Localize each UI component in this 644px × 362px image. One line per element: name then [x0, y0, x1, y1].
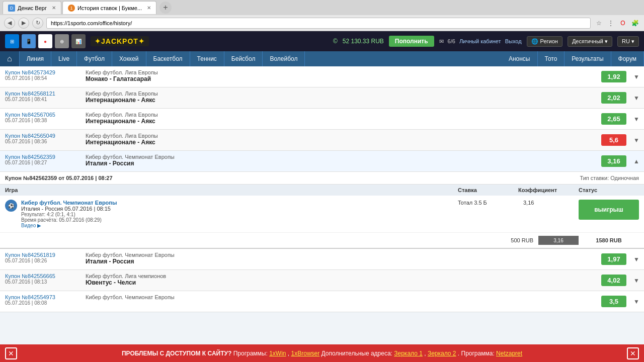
- extra-icon1[interactable]: ⊕: [55, 34, 69, 48]
- coupon-game: Кибер футбол. Лига чемпионов Ювентус - Ч…: [80, 270, 589, 291]
- game-teams: Монако - Галатасарай: [86, 75, 584, 82]
- bet-type-label: Тип ставки: Одиночная: [580, 175, 639, 181]
- new-tab-button[interactable]: +: [159, 2, 172, 14]
- windows-icon[interactable]: ⊞: [5, 34, 19, 48]
- link-1xbrowser[interactable]: 1xBrowser: [291, 350, 320, 357]
- coupon-info: Купон №842556665 05.07.2016 | 08:13: [0, 270, 80, 291]
- refresh-button[interactable]: ↻: [32, 18, 43, 29]
- coupon-number[interactable]: Купон №842556665: [5, 273, 75, 279]
- nav-tennis[interactable]: Теннис: [190, 51, 224, 66]
- decimal-button[interactable]: Десятичный ▾: [568, 36, 612, 47]
- tab-denis[interactable]: D Денис Верг ✕: [3, 1, 61, 14]
- coupon-game: Кибер футбол. Чемпионат Европы Италия - …: [80, 151, 589, 171]
- detail-video[interactable]: Видео ▶: [21, 223, 458, 228]
- balance-amount: 52 130.33 RUB: [343, 38, 384, 45]
- coupon-number[interactable]: Купон №842565049: [5, 133, 75, 139]
- nav-baseball[interactable]: Бейсбол: [224, 51, 263, 66]
- coupon-odds: 2,02: [589, 87, 629, 108]
- link-1xwin[interactable]: 1xWin: [269, 350, 286, 357]
- expanded-header: Купон №842562359 от 05.07.2016 | 08:27 Т…: [0, 172, 644, 185]
- odds-badge: 5,6: [601, 134, 626, 146]
- nav-announcements[interactable]: Анонсы: [502, 51, 538, 66]
- expand-button[interactable]: ▼: [629, 249, 644, 269]
- coupon-number[interactable]: Купон №842568121: [5, 90, 75, 97]
- expand-button[interactable]: ▼: [629, 291, 644, 312]
- coupon-info: Купон №842568121 05.07.2016 | 08:41: [0, 87, 80, 108]
- expanded-detail-row: Купон №842562359 от 05.07.2016 | 08:27 Т…: [0, 172, 644, 249]
- coupon-game: Кибер футбол. Чемпионат Европы Италия - …: [80, 249, 589, 269]
- game-league: Кибер футбол. Лига Европы: [86, 69, 584, 75]
- coupon-number[interactable]: Купон №842567065: [5, 112, 75, 118]
- odds-badge: 1,92: [601, 71, 626, 82]
- col-bet-header: Ставка: [458, 187, 518, 193]
- coupon-number[interactable]: Купон №842561819: [5, 252, 75, 258]
- close-notification-button-right[interactable]: ✕: [627, 347, 639, 359]
- expand-button-active[interactable]: ▲: [629, 151, 644, 171]
- chrome-icon[interactable]: ●: [38, 34, 52, 48]
- site-header: ⊞ 📱 ● ⊕ 📊 ✦JACKPOT✦ © 52 130.33 RUB Попо…: [0, 31, 644, 51]
- expanded-footer: 500 RUB 3,16 1580 RUB: [0, 232, 644, 248]
- link-mirror2[interactable]: Зеркало 2: [428, 350, 456, 357]
- nav-basketball[interactable]: Баскетбол: [146, 51, 190, 66]
- expand-button[interactable]: ▼: [629, 66, 644, 87]
- nav-home[interactable]: ⌂: [0, 51, 20, 66]
- expand-button[interactable]: ▼: [629, 130, 644, 150]
- star-icon[interactable]: ☆: [594, 18, 604, 28]
- extension-icon[interactable]: 🧩: [630, 18, 640, 28]
- coupon-info: Купон №842573429 05.07.2016 | 08:54: [0, 66, 80, 87]
- tab-label-history: История ставок | Букме...: [77, 5, 142, 11]
- address-bar[interactable]: [46, 18, 591, 29]
- game-league: Кибер футбол. Чемпионат Европы: [86, 252, 584, 258]
- topup-button[interactable]: Пополнить: [389, 36, 434, 47]
- mobile-icon[interactable]: 📱: [22, 34, 36, 48]
- win-amount: 1580 RUB: [579, 237, 639, 243]
- tab-close-denis[interactable]: ✕: [52, 5, 56, 11]
- extra-icon2[interactable]: 📊: [71, 34, 86, 48]
- region-button[interactable]: 🌐 Регион: [527, 36, 562, 47]
- nav-hockey[interactable]: Хоккей: [112, 51, 146, 66]
- nav-forum[interactable]: Форум: [611, 51, 644, 66]
- back-button[interactable]: ◀: [4, 18, 15, 29]
- jackpot-label: ✦JACKPOT✦: [91, 36, 149, 46]
- tab-favicon-history: 1: [68, 5, 75, 12]
- address-text: Дополнительные адреса:: [321, 350, 394, 357]
- expand-button[interactable]: ▼: [629, 87, 644, 108]
- expand-button[interactable]: ▼: [629, 109, 644, 129]
- link-netzapret[interactable]: Netzapret: [496, 350, 522, 357]
- nav-results[interactable]: Результаты: [565, 51, 611, 66]
- nav-volleyball[interactable]: Волейбол: [263, 51, 305, 66]
- logout-link[interactable]: Выход: [505, 38, 522, 45]
- game-league: Кибер футбол. Лига Европы: [86, 133, 584, 139]
- coupon-date: 05.07.2016 | 08:08: [5, 300, 75, 306]
- coupon-row: Купон №842565049 05.07.2016 | 08:36 Кибе…: [0, 130, 644, 151]
- coupon-date: 05.07.2016 | 08:27: [5, 160, 75, 165]
- nav-liniya[interactable]: Линия: [20, 51, 51, 66]
- coupon-row: Купон №842561819 05.07.2016 | 08:26 Кибе…: [0, 249, 644, 270]
- coupon-info: Купон №842565049 05.07.2016 | 08:36: [0, 130, 80, 150]
- coupon-number[interactable]: Купон №842554973: [5, 294, 75, 300]
- coupon-game: Кибер футбол. Лига Европы Интернационале…: [80, 87, 589, 108]
- game-league: Кибер футбол. Лига чемпионов: [86, 273, 584, 279]
- nav-football[interactable]: Футбол: [77, 51, 112, 66]
- coupon-number[interactable]: Купон №842573429: [5, 69, 75, 75]
- coupon-number[interactable]: Купон №842562359: [5, 154, 75, 160]
- expand-button[interactable]: ▼: [629, 270, 644, 291]
- coupon-date: 05.07.2016 | 08:54: [5, 75, 75, 81]
- lang-button[interactable]: RU ▾: [617, 36, 639, 47]
- opera-icon[interactable]: O: [618, 18, 628, 28]
- coupon-odds: 5,6: [589, 130, 629, 150]
- coupon-ref: Купон №842562359 от 05.07.2016 | 08:27: [5, 175, 113, 181]
- settings-icon[interactable]: ⋮: [606, 18, 616, 28]
- nav-live[interactable]: Live: [51, 51, 77, 66]
- bottom-text: ПРОБЛЕМЫ С ДОСТУПОМ К САЙТУ? Программы: …: [17, 350, 627, 357]
- coupon-date: 05.07.2016 | 08:36: [5, 139, 75, 144]
- cabinet-link[interactable]: Личный кабинет: [459, 38, 501, 45]
- detail-match: Италия - Россия 05.07.2016 | 08:15: [21, 206, 458, 212]
- tab-close-history[interactable]: ✕: [147, 5, 151, 11]
- tab-history[interactable]: 1 История ставок | Букме... ✕: [62, 1, 156, 14]
- nav-toto[interactable]: Тото: [538, 51, 565, 66]
- game-teams: Интернационале - Аякс: [86, 118, 584, 125]
- close-notification-button[interactable]: ✕: [5, 347, 17, 359]
- link-mirror1[interactable]: Зеркало 1: [394, 350, 423, 357]
- forward-button[interactable]: ▶: [18, 18, 29, 29]
